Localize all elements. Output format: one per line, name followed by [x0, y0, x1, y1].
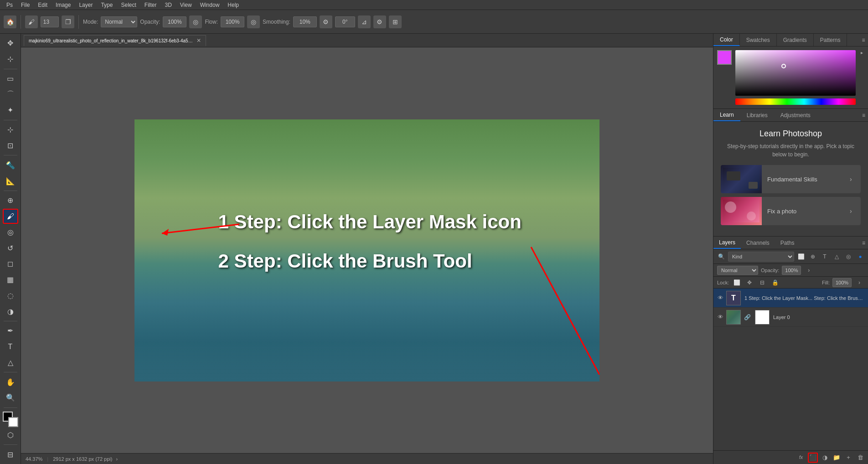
tab-color[interactable]: Color	[713, 34, 740, 46]
menu-file[interactable]: File	[17, 1, 33, 9]
layer-filter-toggle[interactable]: ●	[855, 252, 865, 262]
foreground-background-colors[interactable]	[3, 412, 18, 427]
flow-pressure-icon[interactable]: ◎	[247, 15, 260, 28]
layer-filter-smart[interactable]: ◎	[843, 252, 853, 262]
tab-libraries[interactable]: Libraries	[740, 109, 774, 121]
tab-patterns[interactable]: Patterns	[814, 34, 847, 46]
menu-ps[interactable]: Ps	[3, 1, 16, 9]
layer-filter-shape[interactable]: △	[832, 252, 842, 262]
layer-visibility-image[interactable]: 👁	[716, 313, 724, 321]
magic-wand-tool[interactable]: ✦	[3, 103, 18, 118]
color-crosshair[interactable]	[781, 64, 786, 68]
lock-artboard-btn[interactable]: ⊟	[757, 278, 767, 288]
learn-panel-menu[interactable]: ≡	[859, 109, 868, 121]
menu-window[interactable]: Window	[196, 1, 223, 9]
new-group-btn[interactable]: 📁	[832, 453, 842, 463]
layer-mask-thumbnail[interactable]	[755, 310, 770, 325]
hue-slider[interactable]	[735, 98, 856, 105]
angle-input[interactable]	[335, 16, 355, 27]
layer-filter-adjust[interactable]: ⊕	[808, 252, 818, 262]
fill-arrow[interactable]: ›	[854, 278, 864, 288]
menu-image[interactable]: Image	[52, 1, 74, 9]
layer-fx-btn[interactable]: fx	[796, 453, 806, 463]
new-layer-btn[interactable]: +	[843, 453, 853, 463]
app-home-button[interactable]: 🏠	[4, 15, 16, 28]
color-panel-menu[interactable]: ≡	[859, 34, 868, 46]
text-tool[interactable]: T	[3, 339, 18, 355]
card-arrow-fundamental[interactable]: ›	[850, 175, 861, 183]
history-brush-tool[interactable]: ↺	[3, 240, 18, 256]
layer-opacity-input[interactable]	[782, 266, 801, 275]
blur-tool[interactable]: ◌	[3, 288, 18, 304]
layer-row-text[interactable]: 👁 T 1 Step: Click the Layer Mask... Step…	[713, 289, 868, 308]
brush-preset-picker[interactable]: ❐	[62, 15, 74, 28]
lock-pixels-btn[interactable]: ⬜	[732, 278, 742, 288]
lasso-tool[interactable]: ⌒	[3, 87, 18, 102]
layer-visibility-text[interactable]: 👁	[716, 294, 724, 302]
brush-tool[interactable]: 🖌	[3, 209, 18, 224]
marquee-tool[interactable]: ▭	[3, 71, 18, 87]
tab-channels[interactable]: Channels	[741, 237, 775, 249]
menu-filter[interactable]: Filter	[141, 1, 160, 9]
dimensions-arrow[interactable]: ›	[116, 456, 118, 462]
layer-row-image[interactable]: 👁 🔗 Layer 0	[713, 308, 868, 327]
opacity-input[interactable]	[163, 16, 186, 27]
menu-3d[interactable]: 3D	[161, 1, 175, 9]
shape-tool[interactable]: △	[3, 355, 18, 371]
document-tab[interactable]: majkinio69_ultrarealistic_photo_of_refle…	[24, 35, 206, 46]
color-spectrum[interactable]	[735, 50, 856, 96]
tab-gradients[interactable]: Gradients	[777, 34, 814, 46]
opacity-pressure-icon[interactable]: ◎	[189, 15, 202, 28]
frame-tool[interactable]: ⊡	[3, 138, 18, 154]
artboard-tool[interactable]: ⊹	[3, 52, 18, 67]
zoom-tool[interactable]: 🔍	[3, 390, 18, 406]
layer-kind-select[interactable]: Kind	[728, 252, 794, 262]
layers-panel-menu[interactable]: ≡	[859, 237, 868, 249]
screen-mode[interactable]: ⊟	[3, 447, 18, 462]
smoothing-settings-icon[interactable]: ⚙	[320, 15, 332, 28]
add-layer-mask-btn[interactable]: ⬛	[808, 453, 818, 463]
gradient-tool[interactable]: ▦	[3, 272, 18, 288]
tab-paths[interactable]: Paths	[775, 237, 800, 249]
menu-layer[interactable]: Layer	[75, 1, 96, 9]
panel-expand-arrow[interactable]: ▸	[859, 50, 864, 55]
tab-learn[interactable]: Learn	[713, 109, 740, 121]
move-tool[interactable]: ✥	[3, 36, 18, 51]
pen-tool[interactable]: ✒	[3, 323, 18, 339]
menu-edit[interactable]: Edit	[34, 1, 51, 9]
hand-tool[interactable]: ✋	[3, 374, 18, 390]
canvas-container[interactable]: 1 Step: Click the Layer Mask icon 2 Step…	[21, 47, 713, 453]
quick-mask-mode[interactable]: ⬡	[3, 428, 18, 443]
background-color[interactable]	[8, 417, 18, 427]
extra-icon[interactable]: ⊞	[389, 15, 402, 28]
tab-layers[interactable]: Layers	[713, 237, 741, 249]
layers-search-icon[interactable]: 🔍	[716, 252, 726, 262]
lock-all-btn[interactable]: 🔒	[770, 278, 780, 288]
delete-layer-btn[interactable]: 🗑	[855, 453, 865, 463]
opacity-arrow[interactable]: ›	[804, 265, 814, 275]
color-swatch-fg[interactable]	[717, 50, 732, 65]
layer-fill-input[interactable]	[832, 278, 852, 287]
brush-settings-icon[interactable]: ⚙	[373, 15, 386, 28]
burn-tool[interactable]: ◑	[3, 304, 18, 319]
layer-filter-type[interactable]: T	[820, 252, 830, 262]
menu-help[interactable]: Help	[224, 1, 243, 9]
card-arrow-fix-photo[interactable]: ›	[850, 207, 861, 215]
clone-stamp-tool[interactable]: ◎	[3, 224, 18, 240]
brush-size-input[interactable]	[41, 16, 59, 27]
lock-move-btn[interactable]: ✥	[744, 278, 754, 288]
flow-input[interactable]	[221, 16, 244, 27]
menu-type[interactable]: Type	[97, 1, 116, 9]
ruler-tool[interactable]: 📐	[3, 173, 18, 189]
blend-mode-select[interactable]: Normal	[101, 16, 137, 27]
learn-card-fix-photo[interactable]: Fix a photo ›	[721, 197, 861, 225]
brush-size-control[interactable]	[41, 16, 59, 27]
tab-adjustments[interactable]: Adjustments	[774, 109, 817, 121]
healing-brush-tool[interactable]: ⊕	[3, 193, 18, 208]
symmetry-icon[interactable]: ⊿	[358, 15, 371, 28]
add-adjustment-layer-btn[interactable]: ◑	[820, 453, 830, 463]
layer-blend-select[interactable]: Normal	[717, 266, 758, 275]
crop-tool[interactable]: ⊹	[3, 122, 18, 138]
eraser-tool[interactable]: ◻	[3, 256, 18, 272]
menu-view[interactable]: View	[176, 1, 196, 9]
